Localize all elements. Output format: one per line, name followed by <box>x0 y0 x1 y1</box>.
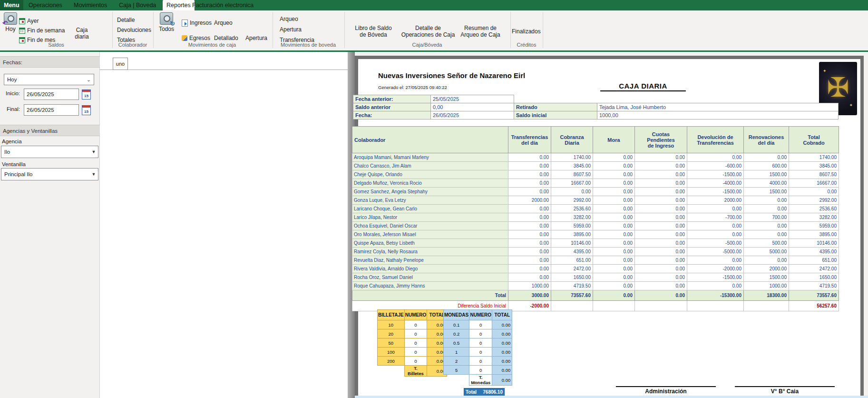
total-amount-cell: 73557.60 <box>789 290 839 301</box>
final-date-input[interactable]: 26/05/2025 <box>24 104 79 116</box>
table-row: Chalco Carrasco, Jim Alam0.003845.000.00… <box>352 162 839 170</box>
amount-cell: 0.00 <box>744 256 789 265</box>
table-row: Aroquipa Mamani, Mamani Marleny0.001740.… <box>352 153 839 162</box>
subtotal-cell: 0.00 <box>492 329 512 338</box>
group-label-saldos: Saldos <box>48 42 64 48</box>
amount-cell: 0.00 <box>593 265 635 273</box>
tab-caja-boveda[interactable]: Caja | Boveda <box>115 0 160 10</box>
info-value: Tejada Lima, José Humberto <box>597 103 839 111</box>
denomination-cell: 10 <box>378 320 405 329</box>
denomination-cell: 100 <box>378 348 405 357</box>
colaborador-name-cell: Rivera Valdivia, Arnaldo Diego <box>352 265 508 273</box>
total-amount-cell: -15300.00 <box>687 290 744 301</box>
amount-cell: 0.00 <box>508 222 551 230</box>
amount-cell: 0.00 <box>687 256 744 265</box>
rango-fechas-select[interactable]: Hoy ⌄ <box>4 74 94 85</box>
amount-cell: 2536.60 <box>551 205 593 213</box>
document-tab-uno[interactable]: uno <box>113 58 128 70</box>
amount-cell: 2000.00 <box>687 196 744 205</box>
info-label: Fecha: <box>353 111 431 119</box>
egresos-button[interactable]: Egresos <box>182 34 210 42</box>
colaborador-name-cell: Ramirez Coyla, Nelly Rosaura <box>352 248 508 256</box>
amount-cell: 0.00 <box>635 222 687 230</box>
final-calendar-icon[interactable]: 15 <box>82 105 91 115</box>
amount-cell: -2000.00 <box>687 265 744 273</box>
fin-de-semana-button[interactable]: Fin de semana <box>19 27 65 34</box>
calendar-icon <box>19 28 25 34</box>
colaborador-name-cell: Chalco Carrasco, Jim Alam <box>352 162 508 170</box>
amount-cell: 1740.00 <box>551 153 593 162</box>
table-row: Gomez Sanchez, Angela Stephahy0.000.000.… <box>352 188 839 196</box>
detalle-operaciones-caja-button[interactable]: Detalle de Operaciones de Caja <box>401 25 455 38</box>
apertura-caja-button[interactable]: Apertura <box>245 34 267 42</box>
amount-cell: 3282.00 <box>789 213 839 222</box>
tab-facturacion[interactable]: Facturación electronica <box>188 0 257 10</box>
ventanilla-label: Ventanilla <box>2 161 26 167</box>
hoy-button[interactable]: ↶ Hoy <box>0 12 21 42</box>
agencias-header: Agencias y Ventanillas <box>0 125 100 136</box>
grand-total-bar: Total 76806.10 <box>464 388 505 396</box>
amount-cell: 5959.00 <box>789 222 839 230</box>
amount-cell: 3282.00 <box>551 213 593 222</box>
amount-cell: 0.00 <box>635 162 687 170</box>
ayer-button[interactable]: Ayer <box>19 17 39 25</box>
report-company-title: Nuevas Inversiones Señor de Nazareno Eir… <box>378 71 525 80</box>
finalizados-button[interactable]: Finalizados <box>512 28 541 35</box>
colaborador-name-cell: Rocha Oroz, Samuel Daniel <box>352 273 508 282</box>
horizontal-scrollbar[interactable] <box>355 396 868 398</box>
arqueo-caja-button[interactable]: Arqueo <box>214 19 233 27</box>
ingresos-button[interactable]: Ingresos <box>182 19 212 27</box>
ingresos-label: Ingresos <box>190 19 212 27</box>
group-separator <box>273 12 273 48</box>
info-value: 25/05/2025 <box>430 95 514 103</box>
libro-saldo-boveda-button[interactable]: Libro de Saldo de Bóveda <box>355 25 391 38</box>
column-header: Cuotas Pendientes de Ingreso <box>635 127 687 153</box>
detallado-button[interactable]: Detallado <box>214 34 238 42</box>
total-amount-cell: 0.00 <box>593 290 635 301</box>
amount-cell: 0.00 <box>593 256 635 265</box>
denomination-cell: 5 <box>444 366 469 375</box>
arqueo-boveda-button[interactable]: Arqueo <box>280 15 298 23</box>
agencia-select[interactable]: Ilo ▼ <box>1 146 98 158</box>
mini-footer-label: T. Billetes <box>404 366 427 377</box>
amount-cell: 5000.00 <box>744 248 789 256</box>
table-row: Rivera Valdivia, Arnaldo Diego0.002472.0… <box>352 265 839 273</box>
resumen-arqueo-caja-button[interactable]: Resumen de Arqueo de Caja <box>460 25 500 38</box>
mini-footer-label: T. Monedas <box>469 375 492 386</box>
tab-operaciones[interactable]: Operaciones <box>25 0 66 10</box>
ingresos-icon <box>182 20 188 27</box>
column-header: Cobranza Diaria <box>551 127 593 153</box>
amount-cell: 0.00 <box>744 196 789 205</box>
colaborador-name-cell: Cheje Quispe, Orlando <box>352 170 508 179</box>
devoluciones-button[interactable]: Devoluciones <box>117 26 151 34</box>
apertura-boveda-button[interactable]: Apertura <box>280 26 302 33</box>
ribbon-tab-bar: Menu Operaciones Movimientos Caja | Bove… <box>0 0 868 10</box>
ventanilla-select[interactable]: Principal Ilo ▼ <box>1 168 98 180</box>
amount-cell: 0.00 <box>508 205 551 213</box>
colaborador-name-cell: Aroquipa Mamani, Mamani Marleny <box>352 153 508 162</box>
amount-cell: 0.00 <box>635 265 687 273</box>
amount-cell: 0.00 <box>635 239 687 248</box>
ayer-label: Ayer <box>27 17 39 25</box>
column-header: Colaborador <box>352 127 508 153</box>
caja-diaria-button[interactable]: Caja diaria <box>75 27 88 40</box>
amount-cell: 0.00 <box>593 162 635 170</box>
detalle-button[interactable]: Detalle <box>117 16 135 24</box>
denomination-cell: 2 <box>444 357 469 366</box>
column-header: Mora <box>593 127 635 153</box>
amount-cell: 0.00 <box>508 153 551 162</box>
denomination-cell: 0.1 <box>444 320 469 329</box>
colaborador-name-cell: Oro Morales, Jeferson Misael <box>352 230 508 239</box>
amount-cell: 0.00 <box>635 230 687 239</box>
amount-cell: 8607.50 <box>551 170 593 179</box>
amount-cell: -1500.00 <box>687 273 744 282</box>
column-header: Devolución de Transferencias <box>687 127 744 153</box>
tab-menu[interactable]: Menu <box>0 0 23 10</box>
total-amount-cell: 0.00 <box>635 290 687 301</box>
inicio-calendar-icon[interactable]: 15 <box>82 90 91 100</box>
ventanilla-value: Principal Ilo <box>4 171 32 177</box>
inicio-date-input[interactable]: 26/05/2025 <box>24 89 79 100</box>
table-row: Gonza Luque, Eva Letzy2000.002992.000.00… <box>352 196 839 205</box>
todos-button[interactable]: ↻ Todos <box>156 12 177 42</box>
tab-movimientos[interactable]: Movimientos <box>70 0 111 10</box>
